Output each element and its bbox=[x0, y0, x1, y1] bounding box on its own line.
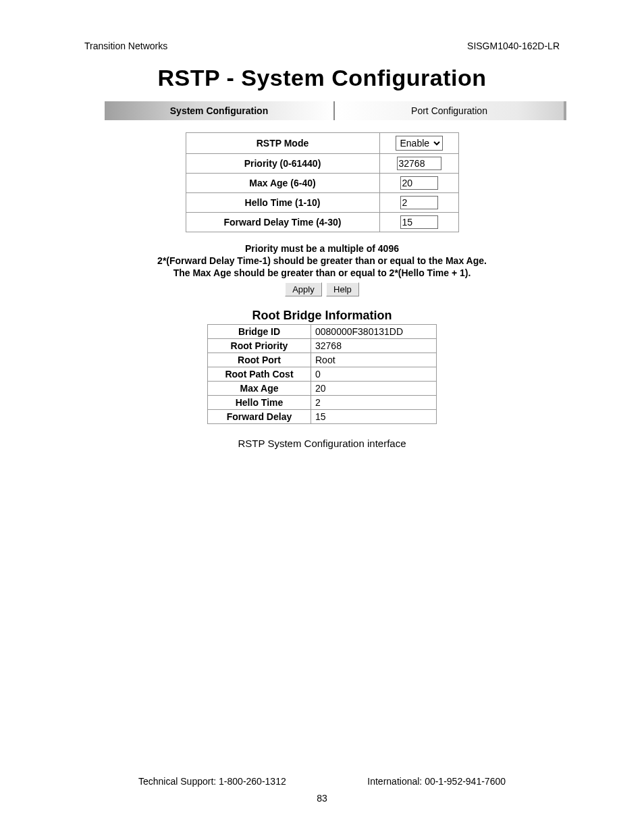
root-value: 2 bbox=[311, 395, 437, 409]
config-notes: Priority must be a multiple of 4096 2*(F… bbox=[78, 242, 566, 280]
doc-header: Transition Networks SISGM1040-162D-LR bbox=[78, 41, 566, 51]
root-row: Root Path Cost0 bbox=[208, 367, 437, 381]
config-input[interactable] bbox=[397, 157, 441, 170]
config-label: Max Age (6-40) bbox=[186, 174, 379, 193]
note-line: The Max Age should be greater than or eq… bbox=[78, 267, 566, 279]
root-label: Root Priority bbox=[208, 338, 311, 353]
tab-port-configuration[interactable]: Port Configuration bbox=[335, 101, 564, 120]
config-label: Priority (0-61440) bbox=[186, 154, 379, 174]
config-label: RSTP Mode bbox=[186, 133, 379, 154]
root-label: Max Age bbox=[208, 381, 311, 395]
help-button[interactable]: Help bbox=[326, 282, 359, 296]
doc-header-left: Transition Networks bbox=[84, 41, 167, 51]
footer-left: Technical Support: 1-800-260-1312 bbox=[138, 776, 286, 787]
figure-caption: RSTP System Configuration interface bbox=[78, 438, 566, 449]
config-row: Priority (0-61440) bbox=[186, 154, 458, 174]
config-value-cell: Enable bbox=[379, 133, 458, 154]
config-row: Forward Delay Time (4-30) bbox=[186, 213, 458, 232]
tab-bar: System Configuration Port Configuration bbox=[105, 101, 566, 120]
root-value: 32768 bbox=[311, 338, 437, 353]
config-input[interactable] bbox=[400, 215, 438, 229]
root-label: Hello Time bbox=[208, 395, 311, 409]
config-row: Max Age (6-40) bbox=[186, 174, 458, 193]
config-table: RSTP ModeEnablePriority (0-61440)Max Age… bbox=[186, 132, 459, 232]
config-value-cell bbox=[379, 213, 458, 232]
config-input[interactable] bbox=[400, 176, 438, 190]
root-value: 0 bbox=[311, 367, 437, 381]
root-label: Bridge ID bbox=[208, 324, 311, 338]
root-row: Root Priority32768 bbox=[208, 338, 437, 353]
root-row: Root PortRoot bbox=[208, 353, 437, 367]
tab-label: System Configuration bbox=[170, 105, 268, 116]
note-line: 2*(Forward Delay Time-1) should be great… bbox=[78, 255, 566, 267]
config-input[interactable] bbox=[400, 196, 438, 209]
rstp-mode-select[interactable]: Enable bbox=[396, 136, 443, 151]
root-value: 0080000F380131DD bbox=[311, 324, 437, 338]
root-row: Hello Time2 bbox=[208, 395, 437, 409]
config-label: Forward Delay Time (4-30) bbox=[186, 213, 379, 232]
config-value-cell bbox=[379, 174, 458, 193]
root-label: Forward Delay bbox=[208, 409, 311, 423]
apply-button[interactable]: Apply bbox=[285, 282, 322, 296]
config-row: RSTP ModeEnable bbox=[186, 133, 458, 154]
doc-header-right: SISGM1040-162D-LR bbox=[467, 41, 560, 51]
page-number: 83 bbox=[0, 793, 644, 804]
root-row: Max Age20 bbox=[208, 381, 437, 395]
config-value-cell bbox=[379, 154, 458, 174]
root-value: Root bbox=[311, 353, 437, 367]
note-line: Priority must be a multiple of 4096 bbox=[78, 242, 566, 255]
root-value: 20 bbox=[311, 381, 437, 395]
config-value-cell bbox=[379, 193, 458, 213]
root-label: Root Path Cost bbox=[208, 367, 311, 381]
tab-label: Port Configuration bbox=[411, 105, 487, 116]
tab-system-configuration[interactable]: System Configuration bbox=[105, 101, 335, 120]
root-bridge-table: Bridge ID0080000F380131DDRoot Priority32… bbox=[207, 324, 437, 424]
root-value: 15 bbox=[311, 409, 437, 423]
config-label: Hello Time (1-10) bbox=[186, 193, 379, 213]
footer-right: International: 00-1-952-941-7600 bbox=[367, 776, 506, 787]
root-row: Bridge ID0080000F380131DD bbox=[208, 324, 437, 338]
root-row: Forward Delay15 bbox=[208, 409, 437, 423]
doc-footer: Technical Support: 1-800-260-1312 Intern… bbox=[78, 776, 566, 787]
config-row: Hello Time (1-10) bbox=[186, 193, 458, 213]
root-label: Root Port bbox=[208, 353, 311, 367]
root-bridge-title: Root Bridge Information bbox=[78, 309, 566, 323]
page-title: RSTP - System Configuration bbox=[78, 65, 566, 91]
